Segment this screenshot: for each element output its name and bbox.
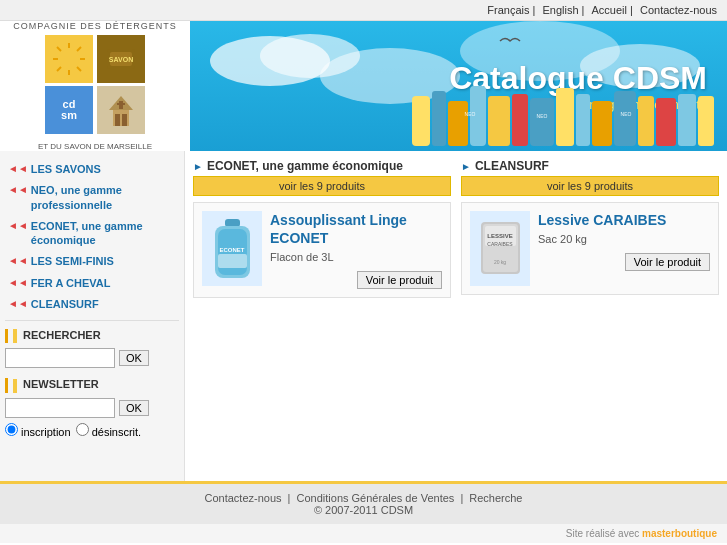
svg-rect-34 — [614, 91, 636, 146]
arrow-icon: ◄◄ — [8, 184, 28, 195]
yellow-bar-icon — [13, 329, 17, 343]
newsletter-radio-desinscrit[interactable]: désinscrit. — [76, 423, 142, 438]
sidebar-divider — [5, 320, 179, 321]
cleansurf-column: ► CLEANSURF voir les 9 produits LESSIVE … — [461, 159, 719, 298]
newsletter-radio-desinscrit-label: désinscrit. — [92, 426, 142, 438]
svg-point-0 — [59, 49, 79, 69]
site-header: COMPAGNIE DES DÉTERGENTS — [0, 21, 727, 151]
arrow-icon: ◄◄ — [8, 255, 28, 266]
svg-text:SAVON: SAVON — [108, 56, 132, 63]
made-with-text: Site réalisé avec — [566, 528, 639, 539]
footer-contact-link[interactable]: Contactez-nous — [205, 492, 282, 504]
econet-product-name: Assouplissant Linge ECONET — [270, 211, 442, 247]
cleansurf-col-title: CLEANSURF — [475, 159, 549, 173]
masterboutique-label: masterboutique — [642, 528, 717, 539]
newsletter-input[interactable] — [5, 398, 115, 418]
cleansurf-product-name: Lessive CARAIBES — [538, 211, 710, 229]
top-navigation: Français | English | Accueil | Contactez… — [0, 0, 727, 21]
sidebar-item-savons[interactable]: ◄◄ LES SAVONS — [5, 161, 179, 177]
newsletter-radios: inscription désinscrit. — [5, 423, 179, 438]
arrow-icon: ◄◄ — [8, 298, 28, 309]
svg-rect-46 — [218, 254, 247, 268]
logo-sun-cell — [45, 35, 93, 83]
footer: Contactez-nous | Conditions Générales de… — [0, 481, 727, 524]
cleansurf-product-desc: Sac 20 kg — [538, 233, 710, 245]
sidebar: ◄◄ LES SAVONS ◄◄ NEO, une gamme professi… — [0, 151, 185, 481]
cleansurf-product-btn[interactable]: Voir le produit — [625, 253, 710, 271]
sidebar-item-econet[interactable]: ◄◄ ECONET, une gamme économique — [5, 218, 179, 249]
econet-col-title: ECONET, une gamme économique — [207, 159, 403, 173]
yellow-bar-icon — [13, 379, 17, 393]
sidebar-item-neo[interactable]: ◄◄ NEO, une gamme professionnelle — [5, 182, 179, 213]
newsletter-ok-button[interactable]: OK — [119, 400, 149, 416]
svg-rect-33 — [592, 101, 612, 146]
accueil-link[interactable]: Accueil — [592, 4, 627, 16]
logo-box: COMPAGNIE DES DÉTERGENTS — [0, 21, 190, 151]
econet-product-info: Assouplissant Linge ECONET Flacon de 3L … — [270, 211, 442, 289]
logo-grid: SAVON cd sm — [45, 35, 145, 134]
svg-line-6 — [77, 67, 81, 71]
cleansurf-product-image: LESSIVE CARAIBES 20 kg — [470, 211, 530, 286]
econet-product-image: ECONET — [202, 211, 262, 286]
logo-bottom-text: ET DU SAVON DE MARSEILLE — [38, 142, 152, 151]
sidebar-nav-section: ◄◄ LES SAVONS ◄◄ NEO, une gamme professi… — [5, 161, 179, 312]
lang-en-link[interactable]: English — [542, 4, 578, 16]
col-arrow-icon: ► — [461, 161, 471, 172]
logo-company-name: COMPAGNIE DES DÉTERGENTS — [13, 21, 176, 31]
footer-cgv-link[interactable]: Conditions Générales de Ventes — [297, 492, 455, 504]
cleansurf-product-card: LESSIVE CARAIBES 20 kg Lessive CARAIBES … — [461, 202, 719, 295]
footer-bottom: Site réalisé avec masterboutique — [0, 524, 727, 543]
svg-text:NEO: NEO — [465, 111, 476, 117]
cleansurf-see-all-button[interactable]: voir les 9 produits — [461, 176, 719, 196]
svg-rect-31 — [556, 88, 574, 146]
sidebar-item-label: FER A CHEVAL — [31, 276, 111, 290]
econet-product-card: ECONET Assouplissant Linge ECONET Flacon… — [193, 202, 451, 298]
sidebar-item-label: LES SAVONS — [31, 162, 101, 176]
svg-text:NEO: NEO — [537, 113, 548, 119]
svg-rect-36 — [656, 98, 676, 146]
main-layout: ◄◄ LES SAVONS ◄◄ NEO, une gamme professi… — [0, 151, 727, 481]
search-input-row: OK — [5, 348, 179, 368]
search-ok-button[interactable]: OK — [119, 350, 149, 366]
svg-text:LESSIVE: LESSIVE — [487, 233, 512, 239]
svg-rect-37 — [678, 94, 696, 146]
newsletter-radio-inscription[interactable]: inscription — [5, 423, 71, 438]
svg-text:NEO: NEO — [621, 111, 632, 117]
footer-search-link[interactable]: Recherche — [469, 492, 522, 504]
arrow-icon: ◄◄ — [8, 163, 28, 174]
search-input[interactable] — [5, 348, 115, 368]
lang-fr-link[interactable]: Français — [487, 4, 529, 16]
svg-rect-26 — [448, 101, 468, 146]
arrow-icon: ◄◄ — [8, 220, 28, 231]
logo-church-cell — [97, 86, 145, 134]
svg-rect-15 — [117, 103, 125, 105]
econet-see-all-button[interactable]: voir les 9 produits — [193, 176, 451, 196]
svg-rect-30 — [530, 98, 554, 146]
sidebar-item-label: LES SEMI-FINIS — [31, 254, 114, 268]
footer-copyright: © 2007-2011 CDSM — [8, 504, 719, 516]
logo-soap-cell: SAVON — [97, 35, 145, 83]
econet-product-btn[interactable]: Voir le produit — [357, 271, 442, 289]
svg-text:ECONET: ECONET — [219, 247, 244, 253]
svg-rect-24 — [412, 96, 430, 146]
sidebar-item-fer-cheval[interactable]: ◄◄ FER A CHEVAL — [5, 275, 179, 291]
newsletter-input-row: OK — [5, 398, 179, 418]
newsletter-header: NEWSLETTER — [5, 378, 179, 392]
footer-links: Contactez-nous | Conditions Générales de… — [8, 492, 719, 504]
sidebar-item-semi-finis[interactable]: ◄◄ LES SEMI-FINIS — [5, 253, 179, 269]
sidebar-item-cleansurf[interactable]: ◄◄ CLEANSURF — [5, 296, 179, 312]
cleansurf-product-info: Lessive CARAIBES Sac 20 kg Voir le produ… — [538, 211, 710, 271]
svg-text:20 kg: 20 kg — [493, 259, 505, 265]
svg-text:CARAIBES: CARAIBES — [487, 241, 513, 247]
svg-rect-17 — [122, 114, 127, 126]
newsletter-radio-input-inscription[interactable] — [5, 423, 18, 436]
svg-rect-38 — [698, 96, 714, 146]
sidebar-item-label: ECONET, une gamme économique — [31, 219, 176, 248]
col-arrow-icon: ► — [193, 161, 203, 172]
svg-rect-35 — [638, 96, 654, 146]
newsletter-section: NEWSLETTER OK inscription désinscrit. — [5, 378, 179, 437]
sidebar-item-label: NEO, une gamme professionnelle — [31, 183, 176, 212]
svg-rect-42 — [225, 219, 240, 227]
newsletter-radio-input-desinscrit[interactable] — [76, 423, 89, 436]
contact-link[interactable]: Contactez-nous — [640, 4, 717, 16]
